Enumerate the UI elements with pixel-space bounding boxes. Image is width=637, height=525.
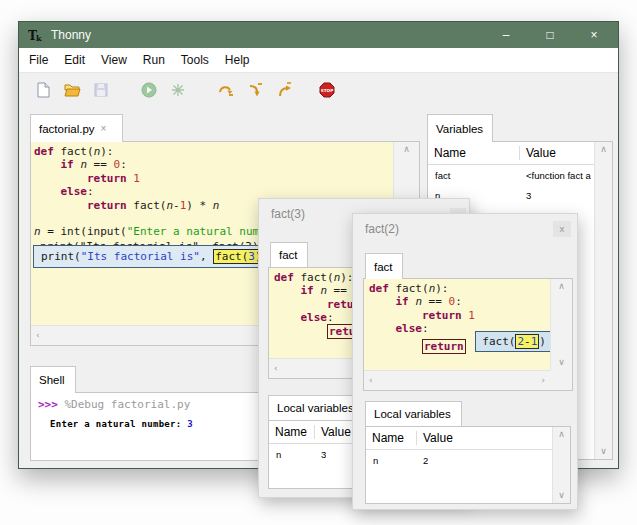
- column-header-name: Name: [366, 431, 416, 445]
- step-over-button[interactable]: [214, 78, 238, 102]
- step-into-icon: [246, 81, 264, 99]
- scroll-up-icon[interactable]: ∧: [558, 282, 565, 291]
- debug-script-button[interactable]: [166, 78, 190, 102]
- maximize-icon: □: [546, 28, 553, 42]
- fact2-locals-header: Name Value: [366, 427, 553, 450]
- new-file-button[interactable]: [31, 78, 55, 102]
- stop-button[interactable]: STOP: [315, 78, 339, 102]
- fact3-window-title: fact(3): [271, 207, 305, 221]
- code-line: else:: [34, 185, 393, 198]
- fact2-local-variables-tab[interactable]: Local variables: [365, 401, 462, 426]
- run-script-button[interactable]: [137, 78, 161, 102]
- fact2-locals-label: Local variables: [374, 408, 451, 420]
- close-icon: x: [559, 224, 564, 234]
- eval-highlight: 2-1: [515, 334, 539, 349]
- code-line: def fact(n):: [369, 282, 550, 295]
- stack-frame-window-fact2: fact(2) x fact def fact(n): if n == 0: r…: [352, 213, 578, 510]
- scroll-left-icon[interactable]: ‹: [274, 364, 278, 373]
- menu-item-file[interactable]: File: [21, 53, 56, 67]
- fact2-locals-rows: n2: [366, 450, 553, 470]
- fact2-tab-label: fact: [374, 261, 393, 273]
- code-line: return 1: [369, 309, 550, 322]
- toolbar: STOP: [19, 73, 618, 107]
- stop-sign-icon: STOP: [318, 81, 336, 99]
- new-file-icon: [34, 81, 52, 99]
- shell-tab-label: Shell: [39, 374, 65, 386]
- menu-item-help[interactable]: Help: [217, 53, 258, 67]
- thonny-logo-icon: T k: [27, 27, 43, 43]
- step-out-button[interactable]: [272, 78, 296, 102]
- minimize-icon: –: [503, 28, 510, 42]
- save-disk-icon: [92, 81, 110, 99]
- step-over-icon: [217, 81, 235, 99]
- scroll-down-icon[interactable]: ∨: [558, 358, 565, 367]
- title-bar[interactable]: T k Thonny – □ ×: [19, 22, 618, 48]
- fact2-code-frame: def fact(n): if n == 0: return 1 else: r…: [363, 278, 573, 391]
- fact3-local-variables-tab[interactable]: Local variables: [268, 395, 365, 420]
- eval-highlight: fact(3): [213, 249, 263, 264]
- tab-variables[interactable]: Variables: [427, 114, 493, 142]
- tab-shell[interactable]: Shell: [30, 366, 76, 393]
- fact2-close-button[interactable]: x: [553, 221, 571, 237]
- fact2-locals-table: Name Value n2 ∧ ∨: [365, 426, 571, 504]
- menu-item-tools[interactable]: Tools: [173, 53, 217, 67]
- scroll-down-icon[interactable]: ∨: [558, 491, 565, 500]
- editor-tab-label: factorial.py: [39, 123, 95, 135]
- menu-item-run[interactable]: Run: [135, 53, 173, 67]
- step-into-button[interactable]: [243, 78, 267, 102]
- code-line: return fact(2-1) * n: [369, 336, 550, 349]
- scroll-up-icon[interactable]: ∧: [403, 145, 410, 154]
- step-out-icon: [275, 81, 293, 99]
- fact3-tab-label: fact: [279, 249, 298, 261]
- scroll-up-icon[interactable]: ∧: [600, 145, 607, 154]
- maximize-button[interactable]: □: [528, 22, 572, 48]
- fact2-vertical-scrollbar[interactable]: ∧ ∨: [550, 279, 572, 370]
- column-header-name: Name: [428, 146, 519, 160]
- debug-icon: [169, 81, 187, 99]
- scroll-up-icon[interactable]: ∧: [558, 430, 565, 439]
- open-folder-icon: [63, 81, 81, 99]
- scroll-right-icon[interactable]: ›: [541, 376, 545, 385]
- save-file-button[interactable]: [89, 78, 113, 102]
- menu-bar: FileEditViewRunToolsHelp: [19, 48, 618, 73]
- variables-table-header: Name Value: [428, 142, 595, 165]
- statement-outline: return: [422, 339, 466, 354]
- fact3-locals-label: Local variables: [277, 402, 354, 414]
- fact2-code-lines: def fact(n): if n == 0: return 1 else: r…: [369, 282, 550, 349]
- minimize-button[interactable]: –: [484, 22, 528, 48]
- tab-factorial-py[interactable]: factorial.py ×: [30, 114, 123, 142]
- scroll-left-icon[interactable]: ‹: [36, 331, 40, 340]
- scroll-left-icon[interactable]: ‹: [369, 376, 373, 385]
- variables-tab-label: Variables: [436, 123, 483, 135]
- close-icon: ×: [590, 28, 597, 42]
- table-row[interactable]: fact<function fact a: [428, 165, 595, 185]
- active-statement-box: print("Its factorial is", fact(3)): [33, 245, 273, 268]
- code-line: def fact(n):: [34, 145, 393, 158]
- menu-item-view[interactable]: View: [93, 53, 135, 67]
- menu-item-edit[interactable]: Edit: [56, 53, 93, 67]
- code-line: if n == 0:: [34, 158, 393, 171]
- fact2-window-title: fact(2): [365, 222, 399, 236]
- variables-scrollbar[interactable]: ∧ ∨: [594, 142, 612, 459]
- window-title: Thonny: [51, 28, 91, 42]
- svg-text:STOP: STOP: [321, 88, 334, 93]
- fact2-locals-scrollbar[interactable]: ∧ ∨: [552, 427, 570, 503]
- fact2-tab-fact[interactable]: fact: [365, 253, 403, 279]
- tab-close-icon[interactable]: ×: [101, 123, 107, 134]
- open-file-button[interactable]: [60, 78, 84, 102]
- fact2-code-view[interactable]: def fact(n): if n == 0: return 1 else: r…: [364, 279, 550, 370]
- table-row[interactable]: n2: [366, 450, 553, 470]
- code-line: return 1: [34, 172, 393, 185]
- close-button[interactable]: ×: [572, 22, 616, 48]
- fact2-horizontal-scrollbar[interactable]: ‹ ›: [364, 370, 550, 390]
- fact3-tab-fact[interactable]: fact: [270, 242, 308, 267]
- run-play-icon: [140, 81, 158, 99]
- evaluation-box: fact(2-1) * n: [475, 331, 550, 352]
- scroll-down-icon[interactable]: ∨: [600, 447, 607, 456]
- code-line: if n == 0:: [369, 295, 550, 308]
- svg-text:k: k: [36, 33, 42, 43]
- column-header-value: Value: [416, 431, 553, 445]
- column-header-value: Value: [519, 146, 595, 160]
- column-header-name: Name: [269, 425, 314, 439]
